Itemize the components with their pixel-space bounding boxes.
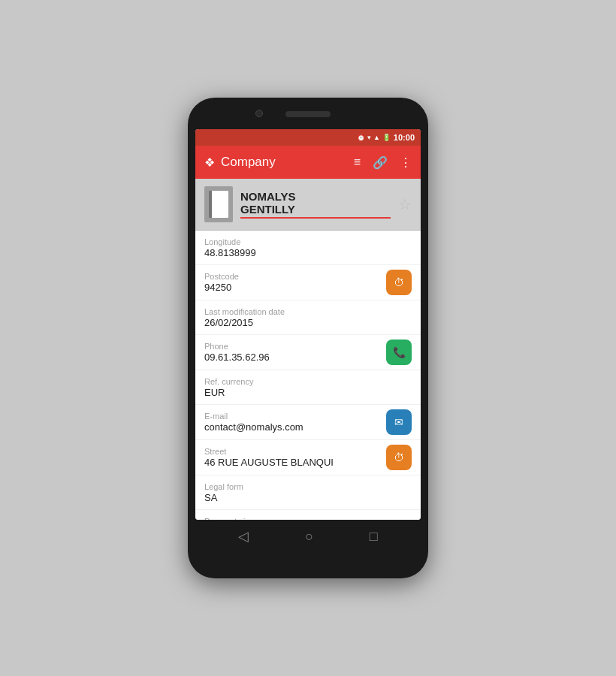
phone-device: ⏰ ▾ ▲ 🔋 10:00 ❖ Company ≡ 🔗 ⋮ NOMALYS GE… [188, 98, 428, 578]
field-currency-label: Ref. currency [204, 377, 412, 386]
field-legal-form: Legal form SA [195, 475, 421, 510]
field-postcode: Postcode 94250 ⏱ [195, 265, 421, 300]
status-bar: ⏰ ▾ ▲ 🔋 10:00 [195, 129, 421, 146]
phone-action-button[interactable]: 📞 [386, 340, 412, 365]
field-currency-value: EUR [204, 387, 412, 398]
field-postcode-label: Postcode [204, 272, 380, 281]
fields-list: Longitude 48.8138999 Postcode 94250 ⏱ La… [195, 231, 421, 520]
field-currency-content: Ref. currency EUR [204, 377, 412, 398]
field-prospect-since: Prospect since 22/11/2011 [195, 510, 421, 520]
nav-home-button[interactable]: ○ [305, 529, 313, 545]
nav-back-button[interactable]: ◁ [238, 528, 249, 545]
field-last-mod-label: Last modification date [204, 307, 412, 316]
signal-icon: ▲ [373, 134, 380, 141]
email-action-button[interactable]: ✉ [386, 409, 412, 435]
status-time: 10:00 [394, 133, 415, 142]
company-name-line2: GENTILLY [240, 203, 391, 216]
app-title: Company [221, 155, 342, 170]
book-icon [209, 191, 228, 218]
favorite-star-icon[interactable]: ☆ [398, 195, 412, 213]
status-icons: ⏰ ▾ ▲ 🔋 [357, 134, 391, 141]
postcode-action-button[interactable]: ⏱ [386, 270, 412, 295]
app-header: ❖ Company ≡ 🔗 ⋮ [195, 146, 421, 179]
field-postcode-value: 94250 [204, 282, 380, 293]
phone-nav-bar: ◁ ○ □ [195, 520, 421, 553]
field-legal-form-content: Legal form SA [204, 482, 412, 503]
company-icon [204, 186, 233, 222]
company-card: NOMALYS GENTILLY ☆ [195, 179, 421, 231]
more-options-icon[interactable]: ⋮ [400, 155, 412, 170]
field-last-mod: Last modification date 26/02/2015 [195, 300, 421, 335]
battery-icon: 🔋 [382, 134, 391, 141]
field-legal-form-value: SA [204, 492, 412, 503]
nav-recent-button[interactable]: □ [370, 529, 378, 545]
field-last-mod-content: Last modification date 26/02/2015 [204, 307, 412, 328]
field-email-content: E-mail contact@nomalys.com [204, 412, 380, 433]
field-phone: Phone 09.61.35.62.96 📞 [195, 335, 421, 370]
field-street-content: Street 46 RUE AUGUSTE BLANQUI [204, 447, 380, 468]
attach-icon[interactable]: 🔗 [373, 155, 388, 170]
street-action-button[interactable]: ⏱ [386, 445, 412, 470]
field-longitude-content: Longitude 48.8138999 [204, 237, 412, 258]
phone-screen: ⏰ ▾ ▲ 🔋 10:00 ❖ Company ≡ 🔗 ⋮ NOMALYS GE… [195, 129, 421, 520]
field-postcode-content: Postcode 94250 [204, 272, 380, 293]
field-street-value: 46 RUE AUGUSTE BLANQUI [204, 457, 380, 468]
email-icon: ✉ [394, 416, 403, 428]
map-clock-icon: ⏱ [394, 451, 404, 463]
company-name-line1: NOMALYS [240, 190, 391, 203]
field-email-label: E-mail [204, 412, 380, 421]
field-legal-form-label: Legal form [204, 482, 412, 491]
field-longitude: Longitude 48.8138999 [195, 231, 421, 265]
clock-icon: ⏱ [394, 276, 404, 288]
field-longitude-value: 48.8138999 [204, 247, 412, 258]
field-phone-content: Phone 09.61.35.62.96 [204, 342, 380, 363]
company-name-underline [240, 217, 391, 219]
field-phone-value: 09.61.35.62.96 [204, 352, 380, 363]
field-prospect-since-label: Prospect since [204, 517, 412, 521]
list-view-icon[interactable]: ≡ [354, 155, 361, 169]
field-street: Street 46 RUE AUGUSTE BLANQUI ⏱ [195, 440, 421, 475]
field-phone-label: Phone [204, 342, 380, 351]
field-currency: Ref. currency EUR [195, 370, 421, 405]
phone-top [195, 105, 421, 129]
field-last-mod-value: 26/02/2015 [204, 317, 412, 328]
phone-call-icon: 📞 [393, 346, 406, 358]
field-longitude-label: Longitude [204, 237, 412, 246]
wifi-icon: ▾ [367, 134, 371, 141]
field-street-label: Street [204, 447, 380, 456]
phone-speaker [285, 111, 331, 117]
alarm-icon: ⏰ [357, 134, 365, 141]
field-email: E-mail contact@nomalys.com ✉ [195, 405, 421, 440]
field-email-value: contact@nomalys.com [204, 421, 380, 433]
field-prospect-since-content: Prospect since 22/11/2011 [204, 517, 412, 521]
phone-camera [255, 110, 263, 117]
app-logo-icon: ❖ [204, 155, 215, 170]
company-name: NOMALYS GENTILLY [240, 190, 391, 219]
